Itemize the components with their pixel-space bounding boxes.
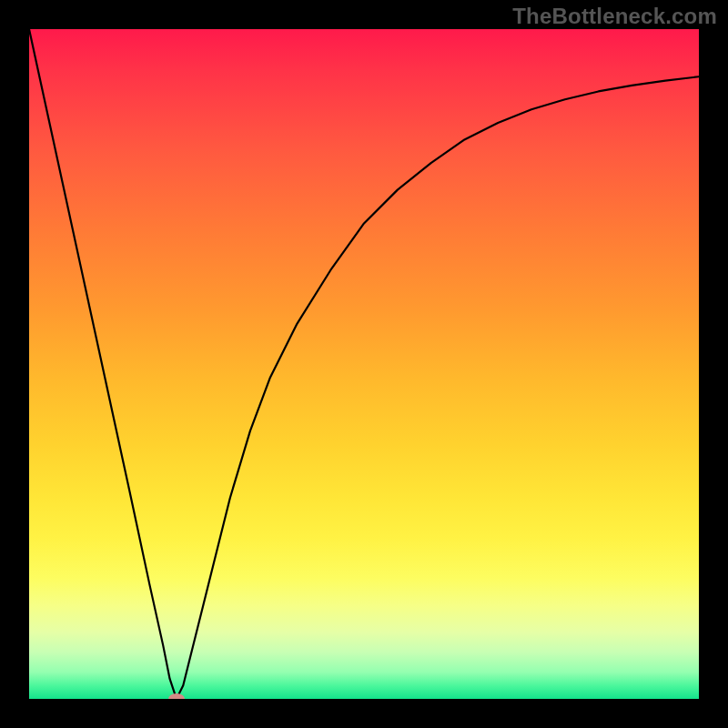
- watermark-text: TheBottleneck.com: [512, 4, 717, 29]
- optimal-point-marker: [168, 693, 185, 699]
- chart-frame: TheBottleneck.com: [0, 0, 728, 728]
- plot-area: [29, 29, 699, 699]
- bottleneck-curve: [29, 29, 699, 699]
